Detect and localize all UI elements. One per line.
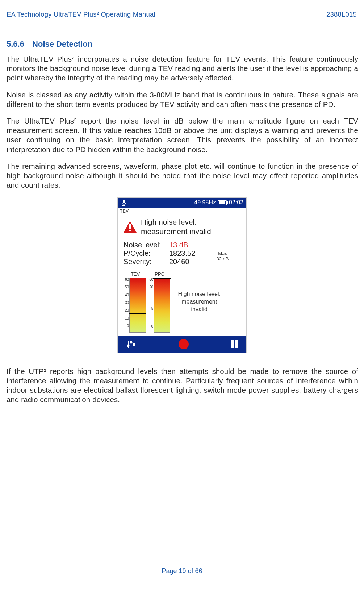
svg-rect-5	[129, 230, 131, 231]
tev-bar	[130, 278, 146, 332]
max-box: Max 32 dB	[204, 249, 241, 262]
header-left: EA Technology UltraTEV Plus² Operating M…	[7, 10, 155, 19]
svg-rect-4	[129, 224, 131, 229]
svg-rect-0	[123, 200, 125, 203]
paragraph-1: The UltraTEV Plus² incorporates a noise …	[7, 54, 358, 83]
record-icon[interactable]	[179, 339, 189, 349]
tev-bar-title: TEV	[131, 272, 140, 277]
ppc-bar	[154, 278, 170, 332]
running-header: EA Technology UltraTEV Plus² Operating M…	[5, 10, 359, 19]
bar-charts: TEV 60 50 40 30 20 10 0	[118, 270, 246, 336]
bar-noise-message: High noise level: measurement invalid	[176, 291, 223, 313]
pcycle-label: P/Cycle:	[124, 249, 167, 258]
header-right: 2388L015	[326, 10, 357, 19]
device-status-bar: 49.95Hz 02:02	[118, 198, 246, 208]
max-value: 32 dB	[217, 256, 229, 262]
severity-label: Severity:	[124, 258, 167, 266]
warning-text: High noise level: measurement invalid	[141, 217, 211, 235]
device-bottom-bar	[118, 336, 246, 353]
svg-point-11	[133, 343, 135, 345]
mode-tab: TEV	[118, 208, 246, 218]
sliders-icon[interactable]	[126, 339, 136, 349]
battery-icon	[218, 200, 227, 205]
svg-point-9	[130, 341, 132, 343]
severity-value: 20460	[169, 258, 202, 266]
warning-banner: High noise level: measurement invalid	[118, 217, 246, 241]
section-title: Noise Detection	[32, 39, 92, 49]
warning-triangle-icon	[123, 220, 137, 233]
pcycle-value: 1823.52	[169, 249, 202, 258]
pause-icon[interactable]	[231, 340, 238, 348]
ppc-ticks: 50 20 5 0	[149, 278, 153, 332]
warning-line2: measurement invalid	[141, 227, 211, 235]
tev-ticks: 60 50 40 30 20 10 0	[125, 278, 129, 332]
noise-value: 13 dB	[169, 241, 202, 249]
readings-grid: Noise level: 13 dB P/Cycle: 1823.52 Max …	[118, 241, 246, 270]
page-footer: Page 19 of 66	[0, 567, 364, 575]
ppc-bar-title: PPC	[155, 272, 164, 277]
svg-rect-2	[122, 205, 125, 206]
paragraph-3: The UltraTEV Plus² report the noise leve…	[7, 116, 358, 154]
ppc-marker	[153, 278, 171, 279]
paragraph-4: The remaining advanced screens, waveform…	[7, 162, 358, 190]
svg-point-7	[127, 345, 129, 346]
status-frequency: 49.95Hz	[194, 199, 216, 206]
noise-label: Noise level:	[124, 241, 167, 249]
section-heading: 5.6.6 Noise Detection	[7, 39, 359, 49]
paragraph-5: If the UTP² reports high background leve…	[7, 367, 358, 405]
mic-icon	[121, 200, 127, 206]
warning-line1: High noise level:	[141, 218, 197, 226]
svg-rect-1	[124, 204, 124, 205]
status-time: 02:02	[229, 199, 243, 206]
tev-bar-block: TEV 60 50 40 30 20 10 0	[125, 272, 146, 332]
document-page: EA Technology UltraTEV Plus² Operating M…	[0, 0, 364, 592]
device-screenshot: 49.95Hz 02:02 TEV High noise level: meas…	[117, 197, 247, 353]
section-number: 5.6.6	[7, 39, 24, 49]
tev-marker	[129, 313, 146, 314]
max-label: Max	[218, 251, 227, 256]
ppc-bar-block: PPC 50 20 5 0	[149, 272, 170, 332]
paragraph-2: Noise is classed as any activity within …	[7, 90, 358, 109]
